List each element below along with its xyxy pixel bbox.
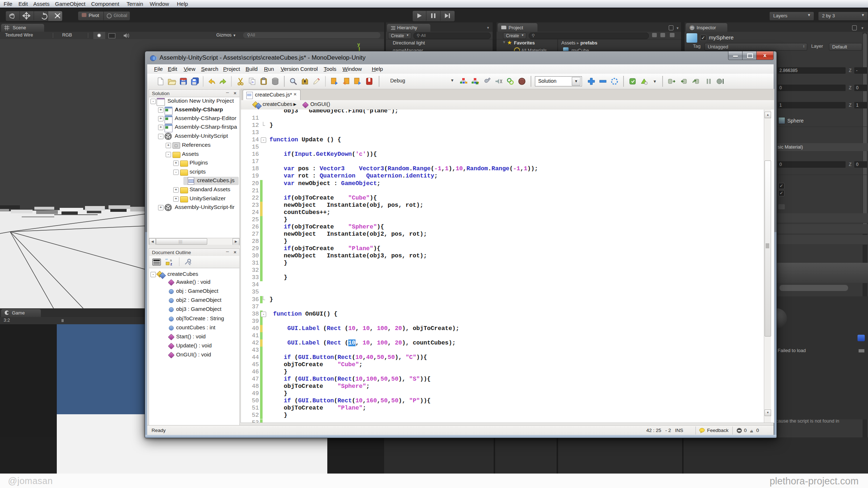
svg-text:z: z — [170, 262, 172, 266]
svg-text:a: a — [252, 80, 254, 84]
svg-text:a: a — [170, 258, 172, 262]
svg-text:“”: “” — [165, 258, 168, 262]
